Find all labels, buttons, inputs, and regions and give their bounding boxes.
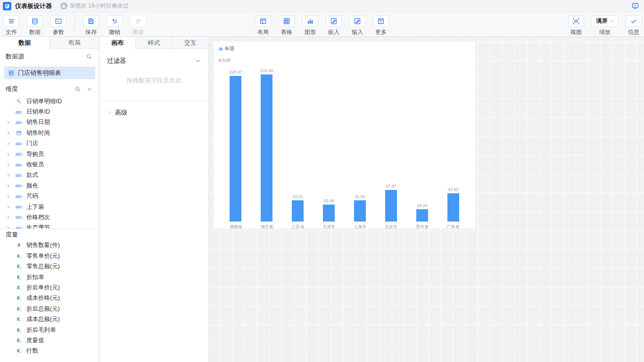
toolbar-button-label: 文件 bbox=[6, 28, 17, 36]
search-icon[interactable] bbox=[86, 53, 92, 60]
table-button[interactable]: 表格 bbox=[277, 15, 296, 36]
input-edit-button[interactable]: 输入 bbox=[348, 15, 367, 36]
dimension-field[interactable]: 销售时间 bbox=[0, 128, 99, 138]
toolbar-button-label: 表格 bbox=[281, 28, 292, 36]
bar[interactable] bbox=[323, 205, 335, 222]
dimension-field[interactable]: abc导购员 bbox=[0, 149, 99, 159]
measure-field[interactable]: #.折后毛利率 bbox=[0, 325, 99, 335]
embed-edit-icon bbox=[326, 15, 342, 27]
toolbar-button-label: 重做 bbox=[132, 28, 144, 36]
dimension-field[interactable]: abc收银员 bbox=[0, 159, 99, 170]
measure-field[interactable]: #.折扣率 bbox=[0, 272, 99, 282]
measure-field[interactable]: #.行数 bbox=[0, 346, 99, 356]
measure-field[interactable]: #.零售单价(元) bbox=[0, 251, 99, 261]
expand-chevron-icon[interactable] bbox=[5, 131, 11, 135]
number-field-icon: # bbox=[13, 243, 25, 248]
eye-scan-button[interactable]: 视图 bbox=[567, 15, 586, 36]
dimension-field[interactable]: abc日销单ID bbox=[0, 107, 99, 117]
zoom-dropdown-button[interactable]: 满屏缩放 bbox=[590, 15, 619, 36]
bar[interactable] bbox=[385, 190, 397, 222]
field-label: 导购员 bbox=[26, 150, 44, 158]
save-button[interactable]: 保存 bbox=[82, 15, 100, 36]
chart-bars-button[interactable]: 图形 bbox=[301, 15, 320, 36]
chevron-down-icon[interactable] bbox=[195, 58, 201, 64]
panel-tabs: 画布 样式 交互 bbox=[99, 37, 208, 49]
measure-field[interactable]: #.零售总额(元) bbox=[0, 261, 99, 272]
widget-header: 标题 bbox=[214, 41, 475, 52]
dimension-field[interactable]: abc门店 bbox=[0, 139, 99, 149]
filter-section-header[interactable]: 过滤器 bbox=[99, 55, 208, 67]
field-label: 生产季节 bbox=[26, 224, 50, 228]
bar[interactable] bbox=[230, 76, 241, 222]
database-button[interactable]: 数据 bbox=[25, 15, 44, 36]
number-field-icon: #. bbox=[13, 264, 25, 269]
number-field-icon: #. bbox=[13, 306, 25, 312]
expand-chevron-icon[interactable] bbox=[5, 152, 11, 156]
datasource-item-selected[interactable]: 门店销售明细表 bbox=[4, 66, 95, 79]
measure-field[interactable]: #.折后单价(元) bbox=[0, 282, 99, 293]
dimension-field[interactable]: abc颜色 bbox=[0, 181, 99, 191]
dimension-field[interactable]: abc尺码 bbox=[0, 191, 99, 202]
dimension-field[interactable]: abc款式 bbox=[0, 170, 99, 181]
measure-field[interactable]: #.度量值 bbox=[0, 335, 99, 346]
measure-field[interactable]: #.成本价格(元) bbox=[0, 293, 99, 304]
field-label: 销售时间 bbox=[26, 129, 50, 137]
dimension-field[interactable]: 日销单明细ID bbox=[0, 96, 99, 107]
menu-button[interactable]: 文件 bbox=[2, 15, 21, 36]
number-field-icon: #. bbox=[13, 338, 25, 343]
bar-chart-widget[interactable]: 标题 折扣率 220.47231.8032.0125.4831.9147.871… bbox=[214, 41, 475, 229]
expand-chevron-icon[interactable] bbox=[5, 163, 11, 167]
measure-field[interactable]: #销售数量(件) bbox=[0, 240, 99, 251]
params-button[interactable]: x=参数 bbox=[49, 15, 68, 36]
bar-value-label: 25.48 bbox=[323, 198, 334, 203]
text-field-icon: abc bbox=[13, 120, 25, 125]
tab-data[interactable]: 数据 bbox=[0, 37, 50, 49]
expand-chevron-icon[interactable] bbox=[5, 141, 11, 146]
chevron-down-icon[interactable] bbox=[87, 86, 92, 92]
check-icon bbox=[626, 15, 642, 27]
expand-chevron-icon[interactable] bbox=[5, 120, 11, 124]
undo-button[interactable]: 撤销 bbox=[105, 15, 124, 36]
bar[interactable] bbox=[261, 74, 272, 222]
search-icon[interactable] bbox=[74, 86, 81, 92]
tab-layout[interactable]: 布局 bbox=[50, 37, 99, 49]
table-icon bbox=[279, 15, 295, 27]
layout-button[interactable]: 布局 bbox=[254, 15, 272, 36]
window-play-button[interactable]: 更多 bbox=[372, 15, 390, 36]
tab-interaction[interactable]: 交互 bbox=[172, 37, 208, 49]
table-file-icon bbox=[8, 70, 15, 76]
toolbar: 文件数据x=参数保存撤销重做 布局表格图形嵌入输入更多 视图满屏缩放信息 bbox=[0, 12, 644, 37]
bar[interactable] bbox=[354, 200, 366, 222]
advanced-section-toggle[interactable]: 高级 bbox=[99, 101, 208, 124]
expand-chevron-icon[interactable] bbox=[5, 173, 11, 177]
measure-field[interactable]: #.折后总额(元) bbox=[0, 304, 99, 314]
expand-chevron-icon[interactable] bbox=[5, 205, 11, 209]
measure-field[interactable]: #.成本总额(元) bbox=[0, 314, 99, 324]
dimension-field[interactable]: abc上下装 bbox=[0, 202, 99, 212]
property-panel: 画布 样式 交互 过滤器 拖拽数据字段至此处 高级 bbox=[99, 37, 209, 362]
tab-style[interactable]: 样式 bbox=[136, 37, 172, 49]
check-button[interactable]: 信息 bbox=[624, 15, 643, 36]
dimension-field[interactable]: abc销售日期 bbox=[0, 117, 99, 128]
dimension-field[interactable]: abc生产季节 bbox=[0, 223, 99, 229]
datasource-header: 数据源 bbox=[0, 49, 99, 64]
expand-chevron-icon[interactable] bbox=[5, 194, 11, 198]
embed-edit-button[interactable]: 嵌入 bbox=[324, 15, 343, 36]
bar-value-label: 231.80 bbox=[260, 68, 273, 73]
dimension-field[interactable]: abc价格档次 bbox=[0, 212, 99, 222]
expand-chevron-icon[interactable] bbox=[5, 215, 11, 220]
bar[interactable] bbox=[416, 209, 428, 222]
text-field-icon: abc bbox=[13, 215, 25, 220]
number-field-icon: #. bbox=[13, 317, 25, 322]
dashboard-canvas[interactable]: 标题 折扣率 220.47231.8032.0125.4831.9147.871… bbox=[209, 37, 644, 362]
filter-dropzone[interactable]: 拖拽数据字段至此处 bbox=[99, 67, 208, 94]
redo-button[interactable]: 重做 bbox=[129, 15, 148, 36]
preview-icon[interactable] bbox=[631, 2, 639, 10]
dimensions-header: 维度 bbox=[0, 82, 99, 96]
tab-canvas[interactable]: 画布 bbox=[99, 37, 136, 49]
bar[interactable] bbox=[447, 193, 459, 222]
bar[interactable] bbox=[292, 200, 304, 222]
datasource-name: 门店销售明细表 bbox=[18, 69, 61, 77]
expand-chevron-icon[interactable] bbox=[5, 184, 11, 188]
text-field-icon: abc bbox=[13, 141, 25, 146]
